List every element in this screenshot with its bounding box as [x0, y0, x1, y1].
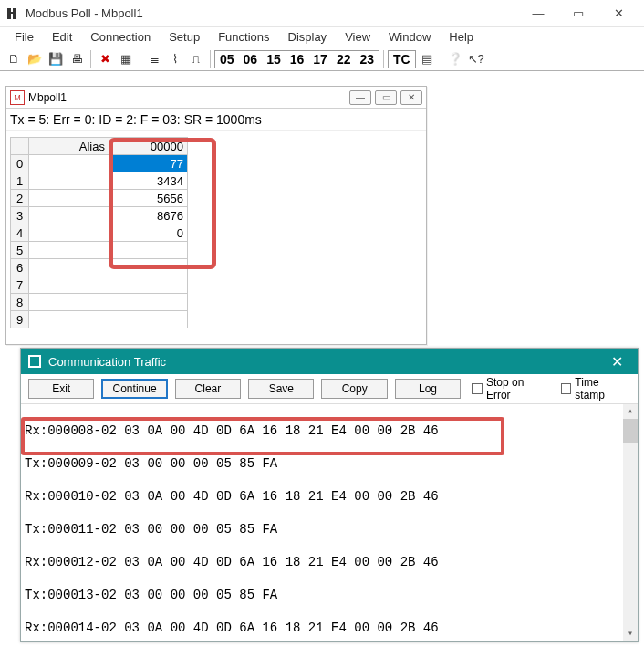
svg-rect-2: [7, 12, 16, 14]
status-line: Tx = 5: Err = 0: ID = 2: F = 03: SR = 10…: [6, 109, 426, 131]
table-row: 9: [11, 311, 188, 328]
menu-display[interactable]: Display: [279, 28, 337, 46]
fc-17[interactable]: 17: [308, 52, 332, 67]
header-col0: 00000: [109, 138, 188, 155]
communication-traffic-window: Communication Traffic ✕ Exit Continue Cl…: [20, 348, 639, 642]
header-alias: Alias: [29, 138, 109, 155]
log-button[interactable]: Log: [395, 379, 461, 399]
align-icon[interactable]: ≣: [144, 49, 164, 69]
traffic-line: Rx:000008-02 03 0A 00 4D 0D 6A 16 18 21 …: [25, 422, 634, 439]
time-stamp-checkbox[interactable]: Time stamp: [561, 376, 630, 402]
tc-button[interactable]: TC: [388, 50, 416, 68]
delete-icon[interactable]: ✖: [95, 49, 115, 69]
table-row: 8: [11, 294, 188, 311]
menu-connection[interactable]: Connection: [81, 28, 160, 46]
comm-title-text: Communication Traffic: [48, 355, 166, 369]
menu-functions[interactable]: Functions: [209, 28, 278, 46]
window-icon[interactable]: ▦: [116, 49, 136, 69]
toolbar: 🗋 📂 💾 🖶 ✖ ▦ ≣ ⌇ ⎍ 05 06 15 16 17 22 23 T…: [0, 47, 644, 71]
fc-23[interactable]: 23: [355, 52, 379, 67]
child-close-button[interactable]: ✕: [400, 90, 422, 105]
child-titlebar: M Mbpoll1 — ▭ ✕: [6, 87, 426, 109]
child-maximize-button[interactable]: ▭: [375, 90, 397, 105]
pulse-icon[interactable]: ⎍: [186, 49, 206, 69]
menu-edit[interactable]: Edit: [43, 28, 81, 46]
app-icon: [5, 6, 20, 21]
traffic-line: Rx:000010-02 03 0A 00 4D 0D 6A 16 18 21 …: [25, 488, 634, 505]
comm-window-icon: [28, 355, 41, 368]
copy-button[interactable]: Copy: [321, 379, 387, 399]
mbpoll-window: M Mbpoll1 — ▭ ✕ Tx = 5: Err = 0: ID = 2:…: [5, 86, 427, 345]
fc-16[interactable]: 16: [286, 52, 309, 67]
fc-06[interactable]: 06: [239, 52, 263, 67]
scrollbar[interactable]: ▴ ▾: [623, 404, 638, 641]
whats-this-icon[interactable]: ↖?: [466, 49, 486, 69]
menu-setup[interactable]: Setup: [160, 28, 209, 46]
stop-on-error-checkbox[interactable]: Stop on Error: [472, 376, 549, 402]
function-code-buttons: 05 06 15 16 17 22 23: [214, 50, 379, 68]
table-row: 13434: [11, 172, 188, 190]
comm-titlebar: Communication Traffic ✕: [21, 349, 638, 374]
help-icon[interactable]: ❔: [445, 49, 465, 69]
child-minimize-button[interactable]: —: [349, 90, 371, 105]
fc-05[interactable]: 05: [215, 52, 239, 67]
table-row: 6: [11, 259, 188, 276]
settings-icon[interactable]: ▤: [417, 49, 437, 69]
continue-button[interactable]: Continue: [101, 379, 167, 399]
minimize-button[interactable]: —: [518, 0, 558, 27]
titlebar: Modbus Poll - Mbpoll1 — ▭ ✕: [0, 0, 644, 27]
new-icon[interactable]: 🗋: [4, 49, 24, 69]
maximize-button[interactable]: ▭: [558, 0, 598, 27]
comm-close-button[interactable]: ✕: [603, 353, 630, 370]
fc-15[interactable]: 15: [262, 52, 286, 67]
save-button[interactable]: Save: [248, 379, 314, 399]
traffic-log: Rx:000008-02 03 0A 00 4D 0D 6A 16 18 21 …: [21, 403, 638, 641]
open-icon[interactable]: 📂: [25, 49, 45, 69]
menubar: File Edit Connection Setup Functions Dis…: [0, 27, 644, 47]
scroll-up-icon[interactable]: ▴: [623, 404, 638, 419]
traffic-line: Tx:000009-02 03 00 00 00 05 85 FA: [25, 455, 634, 472]
register-table: Alias 00000 077 13434 25656 38676 40 5 6…: [10, 137, 188, 328]
window-title: Modbus Poll - Mbpoll1: [26, 6, 143, 20]
traffic-line: Tx:000011-02 03 00 00 00 05 85 FA: [25, 521, 634, 537]
corner-cell: [11, 138, 29, 155]
close-button[interactable]: ✕: [598, 0, 639, 27]
menu-file[interactable]: File: [5, 28, 43, 46]
exit-button[interactable]: Exit: [28, 379, 94, 399]
traffic-line: Rx:000014-02 03 0A 00 4D 0D 6A 16 18 21 …: [25, 620, 634, 636]
table-row: 077: [11, 155, 188, 172]
child-window-icon: M: [10, 90, 25, 105]
table-row: 5: [11, 242, 188, 259]
child-title-text: Mbpoll1: [28, 91, 67, 104]
mdi-area: M Mbpoll1 — ▭ ✕ Tx = 5: Err = 0: ID = 2:…: [0, 71, 644, 657]
traffic-line: Tx:000013-02 03 00 00 00 05 85 FA: [25, 587, 634, 603]
traffic-line: Rx:000012-02 03 0A 00 4D 0D 6A 16 18 21 …: [25, 554, 634, 570]
table-row: 7: [11, 276, 188, 294]
print-icon[interactable]: 🖶: [67, 49, 87, 69]
table-row: 38676: [11, 207, 188, 224]
scroll-down-icon[interactable]: ▾: [623, 627, 638, 641]
table-row: 25656: [11, 190, 188, 207]
menu-help[interactable]: Help: [440, 28, 483, 46]
menu-view[interactable]: View: [336, 28, 379, 46]
clear-button[interactable]: Clear: [175, 379, 241, 399]
fc-22[interactable]: 22: [332, 52, 356, 67]
menu-window[interactable]: Window: [379, 28, 440, 46]
comm-toolbar: Exit Continue Clear Save Copy Log Stop o…: [21, 374, 638, 403]
scroll-thumb[interactable]: [623, 419, 638, 443]
chart-icon[interactable]: ⌇: [165, 49, 185, 69]
table-row: 40: [11, 224, 188, 242]
save-icon[interactable]: 💾: [46, 49, 66, 69]
